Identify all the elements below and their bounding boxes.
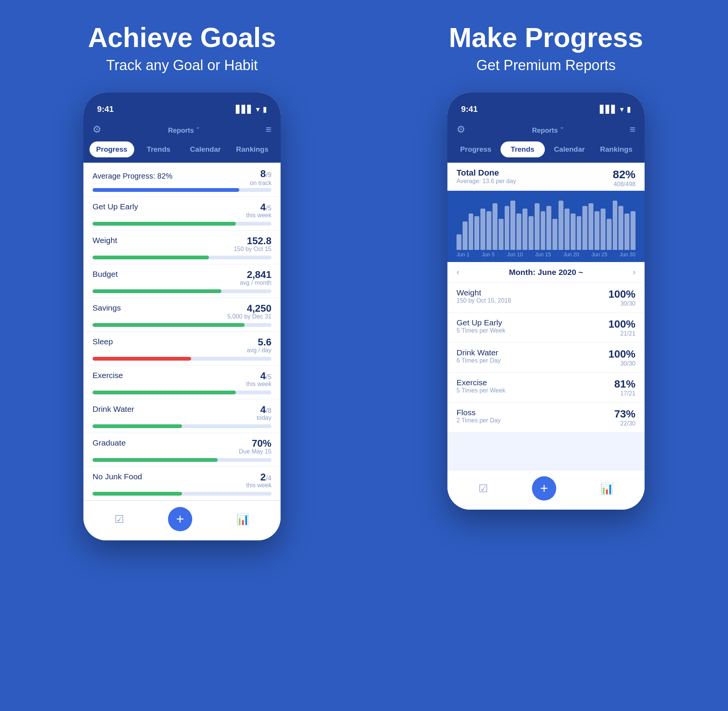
trends-count: 30/30 (608, 360, 635, 367)
goal-progress-fill (93, 222, 236, 226)
chart-bar (463, 221, 468, 250)
chart-bar (582, 206, 587, 250)
right-tab-progress[interactable]: Progress (453, 141, 498, 157)
avg-progress-row: Average Progress: 82% 8/9 on track (83, 163, 281, 197)
goal-item: Exercise 4/5 this week (83, 366, 281, 399)
right-status-icons: ▋▋▋ ▾ ▮ (600, 105, 631, 114)
add-button[interactable]: + (168, 507, 192, 531)
goal-progress-bg (93, 492, 271, 496)
goal-name: Drink Water (93, 405, 134, 414)
right-tab-bar: Progress Trends Calendar Rankings (447, 141, 645, 163)
chart-bar (541, 211, 546, 250)
month-nav: ‹ Month: June 2020 ~ › (447, 262, 645, 283)
goal-name: Get Up Early (93, 202, 138, 211)
tab-calendar[interactable]: Calendar (183, 141, 228, 157)
goal-progress-bg (93, 323, 271, 327)
avg-label: Average Progress: 82% (93, 172, 173, 180)
goal-value: 4,250 (227, 303, 271, 313)
right-header-title: Reports ˇ (532, 124, 563, 135)
left-status-time: 9:41 (97, 104, 114, 114)
goal-name: No Junk Food (93, 472, 142, 481)
goal-name: Savings (93, 303, 121, 312)
tab-progress[interactable]: Progress (89, 141, 134, 157)
month-label: Month: June 2020 ~ (509, 268, 583, 277)
right-tab-rankings[interactable]: Rankings (594, 141, 639, 157)
month-prev-button[interactable]: ‹ (457, 267, 459, 277)
trends-count: 17/21 (614, 390, 635, 397)
goal-progress-fill (93, 391, 236, 394)
avg-progress-bar-bg (93, 188, 271, 192)
right-add-button[interactable]: + (532, 476, 556, 501)
goal-item: Drink Water 4/8 today (83, 399, 281, 433)
trends-sub: 5 Times per Week (457, 327, 505, 334)
goal-meta: 5,000 by Dec 31 (227, 313, 271, 320)
right-trends-list: Weight 150 by Oct 15, 2018 100% 30/30 Ge… (447, 283, 645, 433)
chart-bar (601, 209, 606, 250)
goal-item: Get Up Early 4/5 this week (83, 197, 281, 231)
chart-bar (595, 211, 599, 250)
goal-progress-bg (93, 357, 271, 361)
right-filter-icon[interactable]: ≡ (630, 124, 635, 135)
settings-icon[interactable]: ⚙ (93, 124, 101, 135)
goal-name: Sleep (93, 337, 113, 346)
right-chart-nav-icon[interactable]: 📊 (600, 482, 613, 495)
goal-progress-bg (93, 391, 271, 394)
goal-item: No Junk Food 2/4 this week (83, 467, 281, 501)
tab-trends[interactable]: Trends (136, 141, 181, 157)
goal-value: 5.6 (247, 337, 271, 347)
chart-bar (571, 213, 576, 250)
chart-bar (565, 209, 570, 250)
goal-meta: 150 by Oct 15 (234, 246, 271, 253)
goal-progress-bg (93, 458, 271, 462)
trends-item: Floss 2 Times per Day 73% 22/30 (447, 403, 645, 433)
trends-sub: 6 Times per Day (457, 357, 500, 364)
chart-labels: Jun 1 Jun 5 Jun 10 Jun 15 Jun 20 Jun 25 … (457, 250, 635, 259)
goal-progress-bg (93, 256, 271, 259)
goal-progress-fill (93, 256, 209, 259)
chart-bar (486, 211, 491, 250)
right-tab-calendar[interactable]: Calendar (547, 141, 592, 157)
goal-meta: avg / month (240, 279, 271, 286)
right-panel-title: Make Progress (449, 23, 643, 53)
chart-bar (505, 206, 510, 250)
trends-pct: 100% (608, 288, 635, 300)
tab-rankings[interactable]: Rankings (230, 141, 275, 157)
goal-progress-fill (93, 492, 182, 496)
filter-icon[interactable]: ≡ (266, 124, 271, 135)
right-tab-trends[interactable]: Trends (500, 141, 545, 157)
month-next-button[interactable]: › (633, 267, 635, 277)
right-bottom-nav: ☑ + 📊 (447, 470, 645, 510)
left-status-bar: 9:41 ▋▋▋ ▾ ▮ (83, 93, 281, 119)
right-settings-icon[interactable]: ⚙ (457, 124, 465, 135)
chart-bars (457, 197, 635, 250)
total-done-section: Total Done Average: 13.6 per day 82% 408… (447, 163, 645, 191)
trends-sub: 150 by Oct 15, 2018 (457, 297, 511, 304)
left-goals-list: Get Up Early 4/5 this week Weight 152.8 … (83, 197, 281, 501)
trends-item: Drink Water 6 Times per Day 100% 30/30 (447, 343, 645, 373)
trends-item: Exercise 5 Times per Week 81% 17/21 (447, 373, 645, 403)
chart-bar (474, 216, 479, 250)
trends-item: Weight 150 by Oct 15, 2018 100% 30/30 (447, 283, 645, 313)
checklist-nav-icon[interactable]: ☑ (115, 513, 124, 526)
trends-pct: 100% (608, 348, 635, 360)
right-checklist-nav-icon[interactable]: ☑ (479, 482, 488, 495)
avg-value: 8/9 (250, 168, 271, 180)
chart-bar (588, 203, 593, 250)
chart-bar (516, 213, 521, 250)
left-header-title: Reports ˇ (168, 124, 199, 135)
left-phone-content: Average Progress: 82% 8/9 on track Get U… (83, 163, 281, 501)
right-panel: Make Progress Get Premium Reports 9:41 ▋… (364, 0, 728, 711)
right-phone-header: ⚙ Reports ˇ ≡ (447, 119, 645, 141)
goal-progress-fill (93, 424, 182, 428)
goal-item: Budget 2,841 avg / month (83, 264, 281, 298)
trends-count: 30/30 (608, 300, 635, 307)
trends-name: Exercise (457, 378, 505, 387)
left-panel-title: Achieve Goals (88, 23, 276, 53)
right-panel-subtitle: Get Premium Reports (476, 57, 615, 74)
goal-item: Sleep 5.6 avg / day (83, 332, 281, 366)
chart-bar (535, 203, 540, 250)
chart-nav-icon[interactable]: 📊 (236, 513, 249, 526)
goal-value: 2,841 (240, 270, 271, 279)
left-phone-header: ⚙ Reports ˇ ≡ (83, 119, 281, 141)
right-status-time: 9:41 (461, 104, 478, 114)
